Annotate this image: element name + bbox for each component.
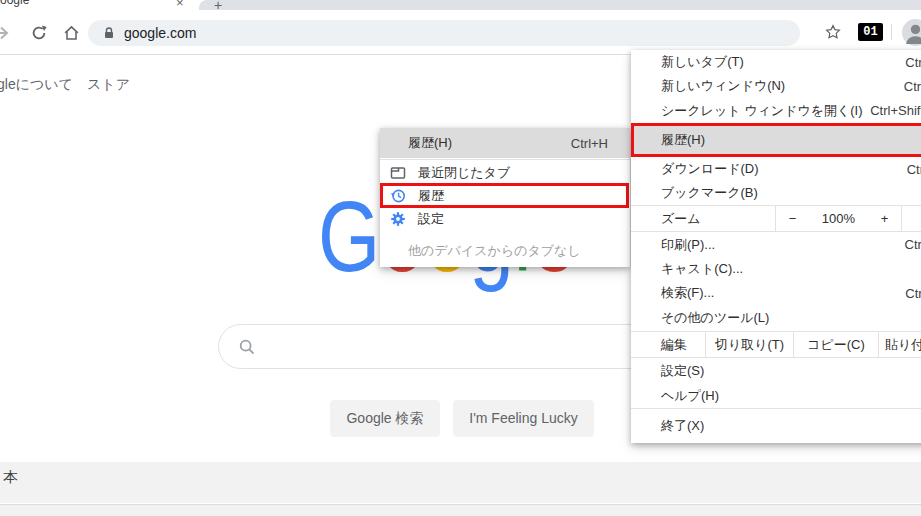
menu-item-label: ヘルプ(H) <box>661 387 719 405</box>
submenu-item-label: 最近閉じたタブ <box>418 164 510 182</box>
submenu-item-label: 設定 <box>418 210 444 228</box>
toolbar-divider <box>891 24 892 40</box>
logo-letter: G <box>318 180 380 292</box>
zoom-out-button[interactable]: − <box>789 211 797 226</box>
submenu-history-label: 履歴(H) <box>408 134 452 152</box>
menu-item-edit-row: 編集 切り取り(T) コピー(C) 貼り付け(P) <box>631 331 921 358</box>
browser-toolbar: google.com 01 <box>0 10 921 55</box>
menu-item-label: 設定(S) <box>661 362 704 380</box>
menu-item-label: その他のツール(L) <box>661 309 769 327</box>
new-tab-button[interactable]: + <box>214 0 222 10</box>
submenu-item-recently-closed-tabs[interactable]: 最近閉じたタブ <box>380 161 630 184</box>
menu-item-label: 新しいウィンドウ(N) <box>661 77 785 95</box>
menu-item-settings[interactable]: 設定(S) <box>631 358 921 384</box>
footer-region-label: 本 <box>3 468 18 487</box>
search-icon <box>238 338 256 360</box>
menu-item-bookmarks[interactable]: ブックマーク(B) <box>631 181 921 205</box>
edit-copy-button[interactable]: コピー(C) <box>793 332 878 357</box>
submenu-item-history[interactable]: 履歴 <box>380 184 630 207</box>
active-tab-title[interactable]: oogle <box>0 0 29 7</box>
lock-icon[interactable] <box>102 26 116 40</box>
page-footer: 本 <box>0 462 921 503</box>
extension-badge[interactable]: 01 <box>858 23 883 41</box>
menu-item-label: 印刷(P)... <box>661 236 715 254</box>
link-about-google[interactable]: gleについて <box>0 76 73 94</box>
tab-icon <box>390 165 406 181</box>
search-input[interactable] <box>218 324 698 369</box>
url-text[interactable]: google.com <box>124 20 196 46</box>
history-submenu: 履歴(H) Ctrl+H 最近閉じたタブ 履歴 設定 他のデバ <box>380 128 630 267</box>
menu-item-label: 履歴(H) <box>661 131 705 149</box>
reload-icon[interactable] <box>30 24 48 42</box>
menu-item-new-window[interactable]: 新しいウィンドウ(N) Ctrl+N <box>631 74 921 98</box>
tab-strip: oogle × + <box>0 0 921 10</box>
menu-item-more-tools[interactable]: その他のツール(L) <box>631 305 921 331</box>
menu-item-cast[interactable]: キャスト(C)... <box>631 257 921 281</box>
history-clock-icon <box>390 188 406 204</box>
zoom-in-button[interactable]: + <box>881 211 889 226</box>
menu-item-label: 検索(F)... <box>661 284 714 302</box>
menu-item-shortcut: Ctrl+F <box>905 286 921 301</box>
chrome-menu: 新しいタブ(T) Ctrl+T 新しいウィンドウ(N) Ctrl+N シークレッ… <box>631 50 921 443</box>
menu-item-label: 新しいタブ(T) <box>661 53 744 71</box>
home-icon[interactable] <box>62 24 81 42</box>
menu-item-print[interactable]: 印刷(P)... Ctrl+P <box>631 232 921 257</box>
profile-avatar[interactable] <box>902 19 921 46</box>
menu-item-downloads[interactable]: ダウンロード(D) Ctrl+J <box>631 157 921 181</box>
zoom-controls: − 100% + <box>775 206 902 231</box>
menu-item-shortcut: Ctrl+Shift+N <box>870 103 921 118</box>
menu-item-help[interactable]: ヘルプ(H) <box>631 384 921 408</box>
bookmark-star-icon[interactable] <box>824 23 842 41</box>
menu-item-new-tab[interactable]: 新しいタブ(T) Ctrl+T <box>631 50 921 74</box>
zoom-label: ズーム <box>631 210 775 228</box>
menu-item-shortcut: Ctrl+T <box>905 55 921 70</box>
menu-item-label: キャスト(C)... <box>661 260 743 278</box>
submenu-divider <box>380 159 630 160</box>
submenu-item-label: 履歴 <box>418 187 444 205</box>
edit-paste-button[interactable]: 貼り付け(P) <box>878 332 921 357</box>
menu-item-label: 終了(X) <box>661 417 704 435</box>
menu-item-label: シークレット ウィンドウを開く(I) <box>661 102 863 120</box>
menu-item-zoom: ズーム − 100% + <box>631 205 921 232</box>
google-search-button[interactable]: Google 検索 <box>330 400 440 437</box>
tabstrip-background <box>199 0 921 10</box>
gear-icon <box>390 211 406 227</box>
page-footer-links-bar <box>0 504 921 516</box>
menu-item-shortcut: Ctrl+N <box>904 79 921 94</box>
menu-item-label: ダウンロード(D) <box>661 160 759 178</box>
submenu-item-history-page[interactable]: 履歴(H) Ctrl+H <box>380 128 630 158</box>
submenu-no-tabs-note: 他のデバイスからのタブなし <box>380 240 630 261</box>
menu-item-exit[interactable]: 終了(X) <box>631 408 921 443</box>
submenu-item-settings[interactable]: 設定 <box>380 207 630 230</box>
zoom-level: 100% <box>822 211 855 226</box>
address-bar[interactable]: google.com <box>88 20 800 46</box>
menu-item-history-highlighted[interactable]: 履歴(H) <box>631 123 921 157</box>
menu-item-shortcut: Ctrl+J <box>907 162 921 177</box>
menu-item-shortcut: Ctrl+P <box>905 237 921 252</box>
tab-close-icon[interactable]: × <box>176 0 184 10</box>
submenu-history-shortcut: Ctrl+H <box>571 136 608 151</box>
menu-item-incognito[interactable]: シークレット ウィンドウを開く(I) Ctrl+Shift+N <box>631 98 921 123</box>
link-store[interactable]: ストア <box>87 76 130 94</box>
edit-label: 編集 <box>631 332 705 357</box>
feeling-lucky-button[interactable]: I'm Feeling Lucky <box>453 400 594 437</box>
edit-cut-button[interactable]: 切り取り(T) <box>705 332 793 357</box>
forward-arrow-icon[interactable] <box>0 23 11 43</box>
menu-item-find[interactable]: 検索(F)... Ctrl+F <box>631 281 921 305</box>
menu-item-label: ブックマーク(B) <box>661 184 758 202</box>
